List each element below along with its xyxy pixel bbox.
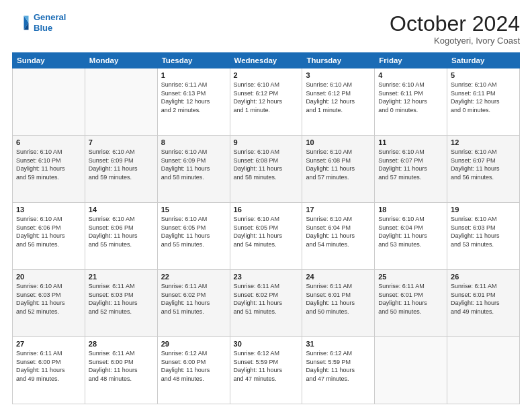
day-number: 18 bbox=[378, 205, 443, 214]
title-block: October 2024 Kogotyeri, Ivory Coast bbox=[390, 12, 520, 46]
calendar-cell: 1Sunrise: 6:11 AM Sunset: 6:13 PM Daylig… bbox=[157, 68, 230, 136]
calendar-cell: 19Sunrise: 6:10 AM Sunset: 6:03 PM Dayli… bbox=[447, 203, 520, 270]
calendar-cell: 30Sunrise: 6:12 AM Sunset: 5:59 PM Dayli… bbox=[230, 337, 302, 404]
cell-text: Sunrise: 6:10 AM Sunset: 6:04 PM Dayligh… bbox=[306, 215, 371, 248]
day-number: 3 bbox=[306, 71, 371, 79]
calendar-week-row: 6Sunrise: 6:10 AM Sunset: 6:10 PM Daylig… bbox=[13, 136, 520, 203]
day-number: 1 bbox=[161, 71, 226, 79]
logo-icon bbox=[12, 13, 31, 32]
day-number: 30 bbox=[234, 340, 299, 348]
calendar-cell: 5Sunrise: 6:10 AM Sunset: 6:11 PM Daylig… bbox=[447, 68, 520, 136]
location: Kogotyeri, Ivory Coast bbox=[390, 36, 520, 46]
cell-text: Sunrise: 6:10 AM Sunset: 6:07 PM Dayligh… bbox=[451, 148, 516, 181]
logo-general: General bbox=[34, 12, 66, 22]
page: General Blue October 2024 Kogotyeri, Ivo… bbox=[0, 0, 532, 411]
cell-text: Sunrise: 6:10 AM Sunset: 6:07 PM Dayligh… bbox=[378, 148, 443, 181]
day-number: 5 bbox=[451, 71, 516, 79]
day-number: 8 bbox=[161, 138, 226, 146]
calendar-week-row: 27Sunrise: 6:11 AM Sunset: 6:00 PM Dayli… bbox=[13, 337, 520, 404]
calendar-cell: 10Sunrise: 6:10 AM Sunset: 6:08 PM Dayli… bbox=[302, 136, 375, 203]
day-number: 10 bbox=[306, 138, 371, 146]
logo-blue: Blue bbox=[34, 23, 52, 33]
logo-text: General Blue bbox=[34, 12, 66, 33]
calendar-week-row: 1Sunrise: 6:11 AM Sunset: 6:13 PM Daylig… bbox=[13, 68, 520, 136]
day-number: 19 bbox=[451, 205, 516, 214]
cell-text: Sunrise: 6:10 AM Sunset: 6:08 PM Dayligh… bbox=[306, 148, 371, 181]
day-number: 20 bbox=[16, 273, 81, 281]
day-number: 12 bbox=[451, 138, 516, 146]
weekday-header: Saturday bbox=[447, 53, 520, 68]
calendar-week-row: 20Sunrise: 6:10 AM Sunset: 6:03 PM Dayli… bbox=[13, 270, 520, 337]
calendar-cell: 16Sunrise: 6:10 AM Sunset: 6:05 PM Dayli… bbox=[230, 203, 302, 270]
calendar-cell: 20Sunrise: 6:10 AM Sunset: 6:03 PM Dayli… bbox=[13, 270, 85, 337]
cell-text: Sunrise: 6:12 AM Sunset: 5:59 PM Dayligh… bbox=[234, 349, 299, 383]
day-number: 7 bbox=[89, 138, 154, 146]
calendar-cell: 12Sunrise: 6:10 AM Sunset: 6:07 PM Dayli… bbox=[447, 136, 520, 203]
calendar-cell: 3Sunrise: 6:10 AM Sunset: 6:12 PM Daylig… bbox=[302, 68, 375, 136]
calendar-body: 1Sunrise: 6:11 AM Sunset: 6:13 PM Daylig… bbox=[13, 68, 520, 404]
day-number: 29 bbox=[161, 340, 226, 348]
cell-text: Sunrise: 6:10 AM Sunset: 6:06 PM Dayligh… bbox=[16, 215, 81, 248]
day-number: 13 bbox=[16, 205, 81, 214]
day-number: 24 bbox=[306, 273, 371, 281]
calendar-cell: 13Sunrise: 6:10 AM Sunset: 6:06 PM Dayli… bbox=[13, 203, 85, 270]
day-number: 26 bbox=[451, 273, 516, 281]
cell-text: Sunrise: 6:11 AM Sunset: 6:01 PM Dayligh… bbox=[451, 282, 516, 316]
weekday-header: Thursday bbox=[302, 53, 375, 68]
calendar-cell: 31Sunrise: 6:12 AM Sunset: 5:59 PM Dayli… bbox=[302, 337, 375, 404]
calendar-cell: 8Sunrise: 6:10 AM Sunset: 6:09 PM Daylig… bbox=[157, 136, 230, 203]
calendar-cell: 27Sunrise: 6:11 AM Sunset: 6:00 PM Dayli… bbox=[13, 337, 85, 404]
calendar-cell: 23Sunrise: 6:11 AM Sunset: 6:02 PM Dayli… bbox=[230, 270, 302, 337]
weekday-row: SundayMondayTuesdayWednesdayThursdayFrid… bbox=[13, 53, 520, 68]
day-number: 9 bbox=[234, 138, 299, 146]
calendar-cell: 7Sunrise: 6:10 AM Sunset: 6:09 PM Daylig… bbox=[85, 136, 157, 203]
cell-text: Sunrise: 6:10 AM Sunset: 6:05 PM Dayligh… bbox=[234, 215, 299, 248]
calendar-cell: 17Sunrise: 6:10 AM Sunset: 6:04 PM Dayli… bbox=[302, 203, 375, 270]
day-number: 15 bbox=[161, 205, 226, 214]
day-number: 25 bbox=[378, 273, 443, 281]
weekday-header: Tuesday bbox=[157, 53, 230, 68]
day-number: 23 bbox=[234, 273, 299, 281]
cell-text: Sunrise: 6:10 AM Sunset: 6:11 PM Dayligh… bbox=[451, 81, 516, 114]
cell-text: Sunrise: 6:10 AM Sunset: 6:09 PM Dayligh… bbox=[89, 148, 154, 181]
cell-text: Sunrise: 6:11 AM Sunset: 6:02 PM Dayligh… bbox=[234, 282, 299, 316]
calendar-cell: 26Sunrise: 6:11 AM Sunset: 6:01 PM Dayli… bbox=[447, 270, 520, 337]
calendar-cell: 21Sunrise: 6:11 AM Sunset: 6:03 PM Dayli… bbox=[85, 270, 157, 337]
cell-text: Sunrise: 6:12 AM Sunset: 5:59 PM Dayligh… bbox=[306, 349, 371, 383]
day-number: 31 bbox=[306, 340, 371, 348]
weekday-header: Sunday bbox=[13, 53, 85, 68]
calendar-cell: 2Sunrise: 6:10 AM Sunset: 6:12 PM Daylig… bbox=[230, 68, 302, 136]
weekday-header: Monday bbox=[85, 53, 157, 68]
day-number: 2 bbox=[234, 71, 299, 79]
cell-text: Sunrise: 6:10 AM Sunset: 6:06 PM Dayligh… bbox=[89, 215, 154, 248]
cell-text: Sunrise: 6:10 AM Sunset: 6:10 PM Dayligh… bbox=[16, 148, 81, 181]
cell-text: Sunrise: 6:10 AM Sunset: 6:12 PM Dayligh… bbox=[306, 81, 371, 114]
cell-text: Sunrise: 6:11 AM Sunset: 6:01 PM Dayligh… bbox=[306, 282, 371, 316]
weekday-header: Wednesday bbox=[230, 53, 302, 68]
calendar-cell: 9Sunrise: 6:10 AM Sunset: 6:08 PM Daylig… bbox=[230, 136, 302, 203]
logo: General Blue bbox=[12, 12, 66, 33]
calendar-cell: 28Sunrise: 6:11 AM Sunset: 6:00 PM Dayli… bbox=[85, 337, 157, 404]
month-title: October 2024 bbox=[390, 12, 520, 36]
cell-text: Sunrise: 6:10 AM Sunset: 6:05 PM Dayligh… bbox=[161, 215, 226, 248]
calendar-table: SundayMondayTuesdayWednesdayThursdayFrid… bbox=[12, 52, 520, 404]
calendar-cell: 18Sunrise: 6:10 AM Sunset: 6:04 PM Dayli… bbox=[375, 203, 447, 270]
cell-text: Sunrise: 6:11 AM Sunset: 6:00 PM Dayligh… bbox=[16, 349, 81, 383]
calendar-cell: 4Sunrise: 6:10 AM Sunset: 6:11 PM Daylig… bbox=[375, 68, 447, 136]
day-number: 28 bbox=[89, 340, 154, 348]
calendar-cell: 29Sunrise: 6:12 AM Sunset: 6:00 PM Dayli… bbox=[157, 337, 230, 404]
cell-text: Sunrise: 6:11 AM Sunset: 6:13 PM Dayligh… bbox=[161, 81, 226, 114]
cell-text: Sunrise: 6:11 AM Sunset: 6:03 PM Dayligh… bbox=[89, 282, 154, 316]
calendar-cell: 15Sunrise: 6:10 AM Sunset: 6:05 PM Dayli… bbox=[157, 203, 230, 270]
calendar-cell bbox=[375, 337, 447, 404]
cell-text: Sunrise: 6:11 AM Sunset: 6:01 PM Dayligh… bbox=[378, 282, 443, 316]
calendar-cell: 11Sunrise: 6:10 AM Sunset: 6:07 PM Dayli… bbox=[375, 136, 447, 203]
weekday-header: Friday bbox=[375, 53, 447, 68]
cell-text: Sunrise: 6:10 AM Sunset: 6:04 PM Dayligh… bbox=[378, 215, 443, 248]
cell-text: Sunrise: 6:10 AM Sunset: 6:03 PM Dayligh… bbox=[16, 282, 81, 316]
header: General Blue October 2024 Kogotyeri, Ivo… bbox=[12, 12, 520, 46]
day-number: 21 bbox=[89, 273, 154, 281]
day-number: 27 bbox=[16, 340, 81, 348]
calendar-cell: 24Sunrise: 6:11 AM Sunset: 6:01 PM Dayli… bbox=[302, 270, 375, 337]
calendar-header: SundayMondayTuesdayWednesdayThursdayFrid… bbox=[13, 53, 520, 68]
